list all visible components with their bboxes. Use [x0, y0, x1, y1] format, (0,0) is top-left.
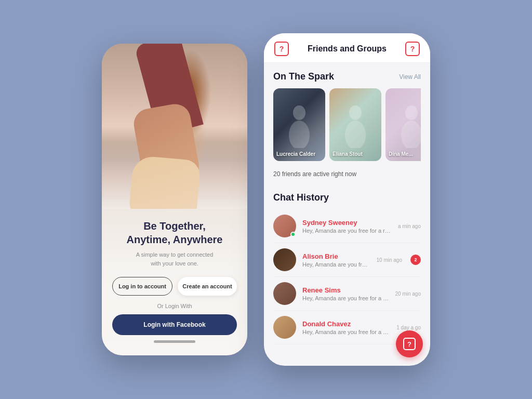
chat-badge-1: 2 — [410, 255, 421, 265]
chat-avatar-inner-3 — [273, 316, 296, 339]
login-button[interactable]: Log in to account — [112, 277, 172, 296]
header-title: Friends and Groups — [308, 44, 387, 54]
chat-avatar-3 — [273, 316, 296, 339]
spark-card-label-1: Eliana Stout — [332, 151, 378, 157]
chat-avatar-0 — [273, 215, 296, 237]
tagline-text: Be Together, Anytime, Anywhere — [112, 219, 237, 246]
chat-item-2[interactable]: Renee Sims Hey, Amanda are you free for … — [273, 277, 421, 311]
fab-button[interactable]: ? — [396, 330, 423, 357]
chat-avatar-1 — [273, 248, 296, 271]
svg-point-4 — [405, 105, 418, 120]
left-phone: Be Together, Anytime, Anywhere A simple … — [102, 44, 247, 355]
hand-second-decoration — [128, 155, 201, 209]
right-phone: ? Friends and Groups ? On The Spark View… — [264, 33, 430, 366]
fab-icon: ? — [403, 338, 416, 350]
spark-card-bg-2 — [385, 88, 421, 161]
spark-card-2[interactable]: Dina Me... — [385, 88, 421, 161]
button-row: Log in to account Create an account — [112, 277, 237, 296]
spark-card-bg-1 — [329, 88, 381, 161]
right-phone-wrapper: ? Friends and Groups ? On The Spark View… — [264, 33, 430, 366]
subtitle-text: A simple way to get connected with your … — [112, 250, 237, 268]
chat-message-2: Hey, Amanda are you free for a ride. — [302, 295, 389, 301]
chat-section-title: Chat History — [273, 192, 421, 203]
chat-name-1: Alison Brie — [302, 252, 370, 260]
facebook-login-button[interactable]: Login with Facebook — [112, 314, 237, 335]
login-bottom-content: Be Together, Anytime, Anywhere A simple … — [102, 209, 247, 355]
chat-message-3: Hey, Amanda are you free for a ride. — [302, 329, 390, 335]
chat-time-0: a min ago — [398, 223, 421, 229]
svg-point-2 — [349, 105, 362, 120]
view-all-button[interactable]: View All — [399, 73, 421, 81]
spark-card-0[interactable]: Lucrecia Calder — [273, 88, 325, 161]
chat-item-1[interactable]: Alison Brie Hey, Amanda are you free for… — [273, 243, 421, 277]
person-silhouette-0 — [284, 101, 315, 148]
home-indicator — [154, 340, 195, 343]
fab-question-icon: ? — [407, 340, 411, 348]
spark-cards-row: Lucrecia Calder Eliana Stout — [273, 88, 421, 161]
chat-message-1: Hey, Amanda are you free for a ride. — [302, 261, 370, 268]
hand-art — [102, 44, 247, 209]
active-friends-label: 20 friends are active right now — [273, 170, 421, 178]
chat-name-3: Donald Chavez — [302, 320, 390, 328]
chat-content-2: Renee Sims Hey, Amanda are you free for … — [302, 286, 389, 301]
chat-time-1: 10 min ago — [377, 257, 402, 263]
chat-name-2: Renee Sims — [302, 286, 389, 294]
spark-title: On The Spark — [273, 71, 334, 82]
person-silhouette-2 — [396, 101, 421, 148]
chat-message-0: Hey, Amanda are you free for a ride. — [302, 228, 392, 234]
spark-card-bg-0 — [273, 88, 325, 161]
chat-avatar-inner-1 — [273, 248, 296, 271]
person-silhouette-1 — [340, 101, 371, 148]
chat-avatar-inner-2 — [273, 282, 296, 305]
spark-card-label-2: Dina Me... — [389, 151, 421, 157]
chat-content-3: Donald Chavez Hey, Amanda are you free f… — [302, 320, 390, 335]
phone-header: ? Friends and Groups ? — [264, 33, 430, 63]
chat-avatar-2 — [273, 282, 296, 305]
header-right-icon-button[interactable]: ? — [405, 42, 420, 56]
svg-point-1 — [289, 121, 310, 148]
spark-card-label-0: Lucrecia Calder — [276, 151, 322, 157]
hero-image — [102, 44, 247, 209]
question-icon-right: ? — [410, 45, 415, 52]
phone-body: On The Spark View All Lucrecia Calder — [264, 63, 430, 366]
chat-item-0[interactable]: Sydney Sweeney Hey, Amanda are you free … — [273, 209, 421, 243]
chat-time-2: 20 min ago — [395, 291, 421, 297]
chat-online-0 — [290, 232, 296, 237]
spark-card-1[interactable]: Eliana Stout — [329, 88, 381, 161]
svg-point-3 — [345, 121, 366, 148]
svg-point-5 — [401, 121, 421, 148]
create-account-button[interactable]: Create an account — [178, 277, 237, 296]
spark-section-header: On The Spark View All — [273, 71, 421, 82]
chat-content-0: Sydney Sweeney Hey, Amanda are you free … — [302, 219, 392, 234]
svg-point-0 — [293, 105, 305, 120]
chat-content-1: Alison Brie Hey, Amanda are you free for… — [302, 252, 370, 268]
question-icon-left: ? — [280, 45, 284, 52]
chat-time-3: 1 day a go — [396, 325, 421, 330]
chat-name-0: Sydney Sweeney — [302, 219, 392, 227]
or-login-text: Or Login With — [112, 303, 237, 309]
header-left-icon-button[interactable]: ? — [274, 42, 289, 56]
